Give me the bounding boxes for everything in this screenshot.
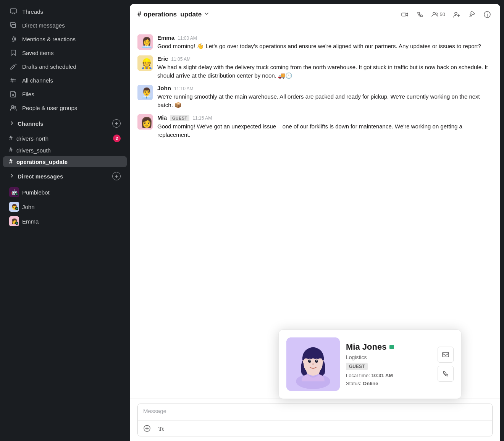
channel-title[interactable]: # operations_update	[137, 10, 209, 18]
dm-item-pumblebot[interactable]: 🤖 Pumblebot	[3, 185, 127, 199]
msg-time-1: 11:00 AM	[178, 36, 197, 41]
msg-author-john: John	[157, 85, 171, 91]
msg-text-2: We had a slight delay with the delivery …	[157, 63, 493, 80]
dm-section-label: Direct messages	[18, 173, 63, 180]
msg-content-1: Emma 11:00 AM Good morning! 👋 Let's go o…	[157, 34, 493, 51]
sidebar-item-saved[interactable]: Saved items	[3, 46, 127, 59]
channel-dropdown-icon	[204, 11, 209, 18]
add-dm-button[interactable]: +	[112, 172, 121, 180]
status-dot-emma	[15, 222, 18, 225]
avatar-eric-msg: 👷	[137, 55, 153, 71]
sidebar-item-dm-label: Direct messages	[22, 22, 65, 29]
video-button[interactable]	[399, 9, 410, 20]
svg-text:#: #	[10, 77, 14, 84]
dm-label-john: John	[22, 204, 35, 210]
msg-author-mia: Mia	[157, 114, 167, 121]
profile-local-time: Local time: 10:31 AM	[346, 373, 431, 378]
drafts-icon	[9, 62, 18, 71]
sidebar-item-dm[interactable]: Direct messages	[3, 19, 127, 32]
dm-label-pumblebot: Pumblebot	[22, 189, 50, 196]
sidebar-item-people-label: People & user groups	[22, 105, 77, 111]
add-attachment-button[interactable]	[142, 423, 152, 434]
sidebar-item-channels-label: All channels	[22, 77, 53, 84]
msg-author-emma: Emma	[157, 34, 174, 41]
dm-collapse-icon	[9, 173, 15, 180]
svg-point-14	[455, 12, 457, 15]
svg-text:👨‍💼: 👨‍💼	[141, 87, 153, 99]
channel-item-drivers-north[interactable]: # drivers-north 2	[3, 133, 127, 144]
avatar-emma: 👩	[9, 216, 19, 226]
svg-point-8	[12, 94, 14, 96]
send-message-button[interactable]	[438, 347, 454, 363]
svg-rect-11	[402, 13, 406, 16]
add-channel-button[interactable]: +	[112, 119, 121, 128]
channel-hash-icon-3: #	[9, 158, 13, 165]
svg-text:👩: 👩	[141, 116, 153, 128]
dm-section-header[interactable]: Direct messages +	[3, 169, 127, 183]
message-input-row[interactable]: Message	[138, 404, 492, 421]
sidebar-item-files[interactable]: Files	[3, 88, 127, 101]
profile-status: Status: Online	[346, 381, 431, 386]
message-input-area: Message Tt	[130, 399, 500, 441]
chat-header: # operations_update	[130, 4, 500, 25]
dm-item-john[interactable]: 👨 John	[3, 200, 127, 214]
msg-author-eric: Eric	[157, 55, 168, 62]
profile-name-row: Mia Jones	[346, 342, 431, 352]
msg-header-2: Eric 11:05 AM	[157, 55, 493, 62]
dm-label-emma: Emma	[22, 218, 39, 225]
online-indicator	[389, 345, 394, 349]
svg-text:👩‍💼: 👩‍💼	[141, 36, 153, 49]
msg-text-3: We're running smoothly at the main wareh…	[157, 92, 493, 110]
status-value: Online	[363, 381, 378, 386]
channel-name-operations-update: operations_update	[16, 159, 68, 165]
message-box: Message Tt	[137, 404, 493, 436]
channel-item-drivers-south[interactable]: # drivers_south	[3, 145, 127, 156]
profile-actions	[438, 347, 454, 382]
files-icon	[9, 90, 18, 98]
pin-button[interactable]	[467, 9, 477, 20]
avatar-john: 👨	[9, 202, 19, 212]
msg-content-3: John 11:10 AM We're running smoothly at …	[157, 85, 493, 110]
msg-content-2: Eric 11:05 AM We had a slight delay with…	[157, 55, 493, 80]
message-3: 👨‍💼 John 11:10 AM We're running smoothly…	[137, 83, 493, 111]
svg-point-4	[12, 38, 15, 40]
chat-main: # operations_update	[130, 4, 500, 441]
msg-header-4: Mia GUEST 11:15 AM	[157, 114, 493, 121]
all-channels-icon: #	[9, 76, 18, 84]
msg-time-3: 11:10 AM	[174, 86, 194, 91]
channel-hash: #	[137, 10, 141, 18]
call-button[interactable]	[415, 9, 425, 20]
svg-point-16	[487, 13, 488, 13]
avatar-pumblebot: 🤖	[9, 187, 19, 197]
channel-item-operations-update[interactable]: # operations_update	[3, 156, 127, 167]
sidebar-item-mentions-label: Mentions & reactions	[22, 36, 76, 42]
svg-text:👷: 👷	[141, 57, 153, 70]
profile-popup: Mia Jones Logistics GUEST Local time: 10…	[278, 329, 462, 399]
svg-point-13	[435, 13, 437, 15]
sidebar-item-threads[interactable]: Threads	[3, 5, 127, 18]
sidebar-item-people[interactable]: People & user groups	[3, 101, 127, 114]
threads-icon	[9, 7, 18, 16]
sidebar-item-files-label: Files	[22, 91, 34, 97]
msg-header-3: John 11:10 AM	[157, 85, 493, 91]
dm-icon	[9, 21, 18, 29]
avatar-mia-msg: 👩	[137, 114, 153, 130]
sidebar-item-mentions[interactable]: Mentions & reactions	[3, 32, 127, 45]
text-format-button[interactable]: Tt	[155, 423, 166, 434]
channel-hash-icon-2: #	[9, 147, 13, 154]
svg-point-35	[312, 363, 314, 365]
add-member-button[interactable]	[451, 9, 462, 20]
call-user-button[interactable]	[438, 366, 454, 382]
msg-time-2: 11:05 AM	[171, 57, 191, 62]
channels-section-header[interactable]: Channels +	[3, 116, 127, 131]
channel-badge-drivers-north: 2	[113, 135, 121, 142]
sidebar-item-channels[interactable]: # All channels	[3, 74, 127, 87]
info-button[interactable]	[482, 9, 493, 20]
sidebar: Threads Direct messages Mentions & react…	[0, 0, 130, 441]
message-placeholder: Message	[143, 408, 166, 414]
svg-point-33	[310, 360, 311, 362]
members-button[interactable]: 50	[430, 10, 447, 19]
sidebar-item-drafts[interactable]: Drafts and scheduled	[3, 60, 127, 73]
members-count-text: 50	[440, 11, 445, 17]
dm-item-emma[interactable]: 👩 Emma	[3, 214, 127, 228]
